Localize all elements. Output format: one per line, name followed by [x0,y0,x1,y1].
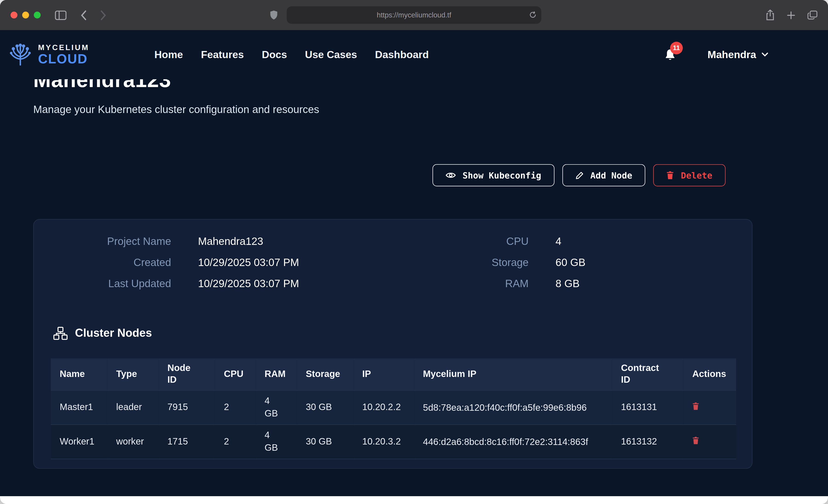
cluster-nodes-heading: Cluster Nodes [53,327,152,340]
nav-item-home[interactable]: Home [155,48,183,60]
tab-overview-icon[interactable] [807,10,818,19]
brand-logo[interactable]: MYCELIUM CLOUD [8,43,89,67]
minimize-window-button[interactable] [22,12,29,18]
privacy-shield-icon[interactable] [270,10,278,20]
cell-mycelium-ip: 446:d2a6:8bcd:8c16:ff0f:72e2:3114:863f [414,424,612,459]
cell-storage: 30 GB [297,424,353,459]
created-label: Created [34,257,171,269]
col-header-ip: IP [353,359,414,390]
col-header-name: Name [51,359,107,390]
cell-cpu: 2 [215,390,255,424]
nav-links: Home Features Docs Use Cases Dashboard [155,48,429,60]
trash-icon [667,171,674,179]
back-button-icon[interactable] [80,10,87,20]
cell-type: leader [107,390,158,424]
sidebar-toggle-icon[interactable] [55,10,67,20]
top-navigation: MYCELIUM CLOUD Home Features Docs Use Ca… [0,30,828,79]
cell-contract-id: 1613131 [612,390,683,424]
cell-ip: 10.20.3.2 [353,424,414,459]
cell-ip: 10.20.2.2 [353,390,414,424]
page-subtitle: Manage your Kubernetes cluster configura… [33,103,319,116]
nav-item-features[interactable]: Features [201,48,244,60]
cell-mycelium-ip: 5d8:78ea:a120:f40c:ff0f:a5fe:99e6:8b96 [414,390,612,424]
last-updated-value: 10/29/2025 03:07 PM [198,278,299,290]
delete-cluster-button[interactable]: Delete [653,164,726,186]
forward-button-icon[interactable] [100,10,107,20]
table-row: Master1 leader 7915 2 4 GB 30 GB 10.20.2… [51,390,736,424]
cluster-details-card: Project Name Mahendra123 Created 10/29/2… [33,219,753,469]
col-header-type: Type [107,359,158,390]
cluster-actions: Show Kubeconfig Add Node Delete [432,164,726,186]
nav-item-use-cases[interactable]: Use Cases [305,48,357,60]
project-name-value: Mahendra123 [198,236,299,248]
eye-icon [446,172,456,179]
show-kubeconfig-button[interactable]: Show Kubeconfig [432,164,554,186]
cell-contract-id: 1613132 [612,424,683,459]
add-node-button[interactable]: Add Node [562,164,646,186]
cell-node-id: 7915 [158,390,215,424]
zoom-window-button[interactable] [34,12,41,18]
ram-label: RAM [404,278,529,290]
project-info: Project Name Mahendra123 Created 10/29/2… [34,236,299,290]
logo-text-cloud: CLOUD [38,52,89,66]
delete-node-icon[interactable] [692,437,699,445]
created-value: 10/29/2025 03:07 PM [198,257,299,269]
col-header-actions: Actions [683,359,736,390]
project-name-label: Project Name [34,236,171,248]
mycelium-tree-icon [8,43,33,67]
url-bar[interactable]: https://myceliumcloud.tf [287,6,541,24]
cell-ram: 4 GB [255,390,297,424]
chevron-down-icon [761,52,768,57]
user-menu[interactable]: Mahendra [708,48,769,60]
col-header-contract-id: Contract ID [612,359,683,390]
col-header-storage: Storage [297,359,353,390]
nav-item-docs[interactable]: Docs [262,48,287,60]
cell-node-id: 1715 [158,424,215,459]
nodes-table: Name Type Node ID CPU RAM Storage IP Myc… [51,359,736,459]
new-tab-icon[interactable] [787,11,795,19]
notifications-button[interactable]: 11 [664,48,676,61]
cell-cpu: 2 [215,424,255,459]
storage-value: 60 GB [555,257,585,269]
delete-node-icon[interactable] [692,403,699,410]
user-name: Mahendra [708,48,756,60]
close-window-button[interactable] [10,12,17,18]
table-row: Worker1 worker 1715 2 4 GB 30 GB 10.20.3… [51,424,736,459]
cell-name: Master1 [51,390,107,424]
storage-label: Storage [404,257,529,269]
col-header-cpu: CPU [215,359,255,390]
table-header-row: Name Type Node ID CPU RAM Storage IP Myc… [51,359,736,390]
cluster-nodes-icon [53,327,68,340]
ram-value: 8 GB [555,278,585,290]
window-controls [10,12,41,18]
cpu-value: 4 [555,236,585,248]
col-header-ram: RAM [255,359,297,390]
notification-badge: 11 [670,41,683,54]
cell-actions [683,390,736,424]
cell-name: Worker1 [51,424,107,459]
last-updated-label: Last Updated [34,278,171,290]
cell-type: worker [107,424,158,459]
cell-storage: 30 GB [297,390,353,424]
reload-icon[interactable] [529,11,536,18]
share-icon[interactable] [766,9,775,20]
browser-chrome: https://myceliumcloud.tf [0,0,828,31]
cpu-label: CPU [404,236,529,248]
nav-item-dashboard[interactable]: Dashboard [375,48,429,60]
url-text: https://myceliumcloud.tf [377,11,451,19]
cell-ram: 4 GB [255,424,297,459]
cell-actions [683,424,736,459]
browser-window: https://myceliumcloud.tf Mahendra123 Man… [0,0,828,504]
col-header-node-id: Node ID [158,359,215,390]
col-header-mycelium-ip: Mycelium IP [414,359,612,390]
pencil-icon [575,171,583,179]
logo-text-mycelium: MYCELIUM [38,44,89,51]
resource-info: CPU 4 Storage 60 GB RAM 8 GB [404,236,586,290]
window-bottom-edge [0,496,828,504]
